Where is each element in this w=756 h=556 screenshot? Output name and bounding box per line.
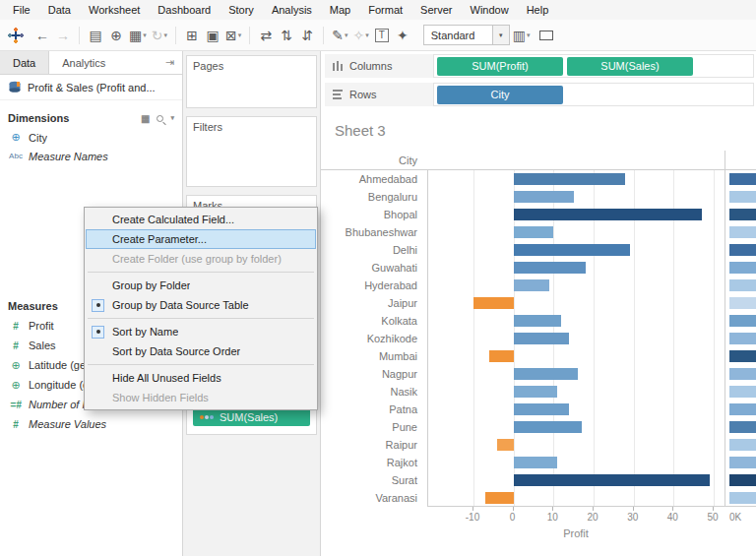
chevron-down-icon[interactable]: ▾ [170, 114, 174, 122]
sales-bar-ahmedabad[interactable] [729, 173, 756, 185]
bar-nasik[interactable] [514, 386, 558, 398]
bar-rajkot[interactable] [514, 457, 558, 468]
row-label-kolkata[interactable]: Kolkata [321, 312, 427, 330]
bar-kozhikode[interactable] [514, 333, 570, 344]
swap-axes-icon[interactable]: ⇄ [256, 25, 276, 46]
row-label-bhubaneshwar[interactable]: Bhubaneshwar [321, 223, 427, 241]
bar-mumbai[interactable] [489, 350, 513, 362]
sort-descending-icon[interactable]: ⇵ [297, 25, 317, 46]
sales-bar-pune[interactable] [729, 421, 756, 433]
tab-analytics[interactable]: Analytics [49, 51, 118, 74]
pill-sum-profit[interactable]: SUM(Profit) [437, 57, 563, 76]
row-field-header[interactable]: City [321, 151, 427, 170]
row-label-rajkot[interactable]: Rajkot [321, 454, 427, 471]
bar-guwahati[interactable] [514, 262, 586, 274]
row-label-varanasi[interactable]: Varanasi [321, 489, 427, 507]
bar-surat[interactable] [514, 474, 710, 486]
sales-bar-bengaluru[interactable] [729, 191, 756, 203]
sales-bar-nagpur[interactable] [729, 368, 756, 380]
row-label-nagpur[interactable]: Nagpur [321, 365, 427, 383]
menu-story[interactable]: Story [220, 1, 263, 19]
collapse-pane-icon[interactable]: ⇥ [158, 51, 182, 74]
pill-city[interactable]: City [437, 86, 563, 104]
bar-patna[interactable] [514, 403, 570, 415]
bar-kolkata[interactable] [514, 315, 562, 327]
menu-map[interactable]: Map [321, 1, 359, 19]
bar-nagpur[interactable] [514, 368, 578, 380]
highlight-icon[interactable]: ✎▾ [330, 25, 349, 46]
bar-bengaluru[interactable] [514, 191, 574, 203]
menu-item-create-parameter[interactable]: Create Parameter... [86, 229, 316, 249]
sort-ascending-icon[interactable]: ⇅ [277, 25, 296, 46]
menu-item-sort-by-data-source-order[interactable]: Sort by Data Source Order [86, 341, 316, 361]
clear-sheet-icon[interactable]: ⊠▾ [223, 25, 243, 46]
menu-server[interactable]: Server [411, 1, 461, 19]
field-city[interactable]: ⊕City [0, 128, 182, 147]
new-dashboard-icon[interactable]: ⊞ [182, 25, 202, 46]
menu-worksheet[interactable]: Worksheet [80, 1, 149, 19]
view-as-list-icon[interactable]: ▦ [141, 113, 150, 124]
bar-bhubaneshwar[interactable] [514, 226, 554, 238]
fix-axes-icon[interactable]: ✦ [393, 25, 412, 46]
new-worksheet-icon[interactable]: ▦▾ [127, 25, 149, 46]
pill-sum-sales[interactable]: SUM(Sales) [567, 57, 693, 76]
row-label-ahmedabad[interactable]: Ahmedabad [321, 170, 427, 188]
filters-shelf[interactable]: Filters [186, 116, 317, 187]
menu-dashboard[interactable]: Dashboard [149, 1, 220, 19]
menu-item-hide-all-unused-fields[interactable]: Hide All Unused Fields [86, 368, 316, 388]
row-label-jaipur[interactable]: Jaipur [321, 294, 427, 312]
menu-format[interactable]: Format [359, 1, 411, 19]
row-label-delhi[interactable]: Delhi [321, 241, 427, 259]
show-mark-labels-icon[interactable]: T [372, 25, 392, 46]
new-datasource-icon[interactable]: ⊕ [106, 25, 126, 46]
bar-raipur[interactable] [497, 439, 513, 451]
row-label-pune[interactable]: Pune [321, 418, 427, 436]
sales-bar-surat[interactable] [729, 474, 756, 486]
sales-bar-raipur[interactable] [729, 439, 756, 451]
show-me-icon[interactable]: ▥▾ [511, 25, 533, 46]
sales-bar-hyderabad[interactable] [729, 279, 756, 291]
menu-help[interactable]: Help [518, 1, 558, 19]
sales-bar-nasik[interactable] [729, 386, 756, 398]
sales-bar-jaipur[interactable] [729, 297, 756, 309]
row-label-kozhikode[interactable]: Kozhikode [321, 330, 427, 347]
menu-item-group-by-folder[interactable]: Group by Folder [86, 276, 316, 295]
bar-jaipur[interactable] [473, 297, 514, 309]
sales-bar-patna[interactable] [729, 403, 756, 415]
field-measure-values[interactable]: #Measure Values [0, 414, 182, 434]
sales-bar-guwahati[interactable] [729, 262, 756, 274]
row-label-surat[interactable]: Surat [321, 471, 427, 489]
duplicate-sheet-icon[interactable]: ▣ [203, 25, 222, 46]
menu-file[interactable]: File [4, 1, 39, 19]
undo-icon[interactable]: ← [32, 25, 52, 46]
fit-mode-select[interactable]: Standard ▾ [423, 25, 510, 45]
sales-bar-rajkot[interactable] [729, 457, 756, 468]
field-measure-names[interactable]: AbcMeasure Names [0, 147, 182, 165]
presentation-mode-icon[interactable] [539, 31, 553, 40]
row-label-bhopal[interactable]: Bhopal [321, 206, 427, 223]
sales-bar-kolkata[interactable] [729, 315, 756, 327]
menu-window[interactable]: Window [462, 1, 518, 19]
sales-bar-mumbai[interactable] [729, 350, 756, 362]
bar-pune[interactable] [514, 421, 582, 433]
menu-item-group-by-data-source-table[interactable]: Group by Data Source Table [86, 295, 316, 315]
columns-pill-area[interactable]: SUM(Profit)SUM(Sales) [433, 54, 754, 78]
row-label-patna[interactable]: Patna [321, 401, 427, 418]
menu-analysis[interactable]: Analysis [263, 1, 321, 19]
sales-bar-delhi[interactable] [729, 244, 756, 256]
bar-bhopal[interactable] [514, 209, 702, 220]
menu-data[interactable]: Data [39, 1, 80, 19]
pages-shelf[interactable]: Pages [186, 55, 317, 108]
search-icon[interactable] [157, 115, 163, 122]
datasource-item[interactable]: Profit & Sales (Profit and... [0, 75, 182, 100]
bar-ahmedabad[interactable] [514, 173, 626, 185]
sales-bar-kozhikode[interactable] [729, 333, 756, 344]
row-label-nasik[interactable]: Nasik [321, 383, 427, 401]
sales-bar-varanasi[interactable] [729, 492, 756, 504]
tab-data[interactable]: Data [0, 51, 49, 74]
save-icon[interactable]: ▤ [86, 25, 105, 46]
bar-varanasi[interactable] [485, 492, 514, 504]
menu-item-create-calculated-field[interactable]: Create Calculated Field... [86, 210, 316, 229]
bar-delhi[interactable] [514, 244, 630, 256]
rows-pill-area[interactable]: City [433, 83, 754, 106]
